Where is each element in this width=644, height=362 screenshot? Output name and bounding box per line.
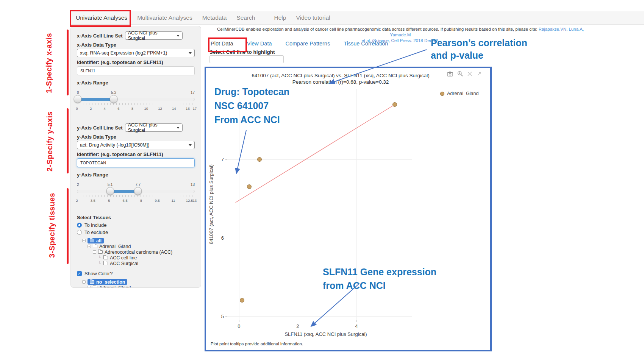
tree-node-adrenal-gland[interactable]: − Adrenal_Gland: [88, 285, 195, 288]
chevron-down-icon: [177, 127, 180, 129]
x-data-type-label: x-Axis Data Type: [77, 42, 195, 48]
folder-icon: [90, 239, 94, 242]
show-color-checkbox[interactable]: ✓ Show Color?: [77, 270, 195, 277]
tree-node-acc[interactable]: − Adrenocortical carcinoma (ACC): [93, 249, 195, 255]
annotation-slfn11-expression: SLFN11 Gene expression from ACC NCI: [323, 265, 436, 292]
y-slider-to-value: 7.7: [135, 183, 141, 187]
y-identifier-input[interactable]: [77, 158, 195, 167]
camera-icon[interactable]: [447, 71, 453, 76]
radio-to-exclude[interactable]: To exclude: [77, 229, 195, 236]
analysis-settings-panel: x-Axis Cell Line Set ACC NCI plus Surgic…: [70, 26, 201, 288]
scatter-point[interactable]: [392, 102, 397, 107]
nav-item-metadata[interactable]: Metadata: [202, 14, 227, 21]
y-cell-line-set-select[interactable]: ACC NCI plus Surgical: [125, 123, 183, 132]
tree-node-acc-cell-line[interactable]: └ ACC cell line: [98, 255, 195, 261]
scatter-point[interactable]: [240, 298, 244, 303]
y-data-type-label: y-Axis Data Type: [77, 134, 195, 140]
folder-icon: [103, 256, 108, 259]
red-bracket-step1: [67, 30, 69, 95]
red-bracket-step3: [67, 188, 69, 264]
checkbox-checked-icon: ✓: [77, 271, 82, 276]
x-slider-to-value: 5.3: [111, 90, 116, 95]
x-identifier-input[interactable]: [77, 66, 195, 75]
tree-node-acc-surgical[interactable]: └ ACC Surgical: [98, 261, 195, 266]
y-range-slider[interactable]: 2 5.1 7.7 13 2 3.5 5 6.5 8 9.5 11 12.5 1…: [77, 182, 195, 204]
radio-selected-icon: [77, 223, 82, 228]
highlight-cell-line-input[interactable]: [209, 55, 284, 63]
x-range-slider[interactable]: 0 5.3 17 0 2 4 6 8 10 12 14 16 17: [77, 90, 195, 112]
nav-item-video-tutorial[interactable]: Video tutorial: [296, 14, 330, 21]
collapse-icon[interactable]: −: [82, 280, 86, 284]
x-tick-label: 4: [355, 323, 358, 329]
x-tick-mark: [298, 320, 298, 322]
y-slider-handle-from[interactable]: [106, 187, 114, 195]
nav-item-help[interactable]: Help: [274, 14, 286, 21]
reset-axes-icon[interactable]: [477, 71, 482, 76]
pan-icon[interactable]: [467, 71, 472, 76]
x-tick-mark: [239, 320, 239, 322]
y-slider-handle-to[interactable]: [134, 187, 142, 195]
y-slider-tickmarks: [77, 195, 195, 197]
step2-label: 2-Specify y-axis: [45, 111, 54, 172]
x-tick-label: 0: [238, 323, 240, 329]
x-slider-tickmarks: [77, 103, 195, 105]
y-axis-title: 641007 (act, ACC NCI plus Surgical): [208, 89, 214, 320]
y-slider-from-value: 5.1: [108, 183, 113, 187]
plot-footer-note: Plot point tooltips provide additional i…: [211, 342, 303, 346]
tab-compare-patterns[interactable]: Compare Patterns: [285, 41, 330, 47]
x-slider-from-value: 0: [77, 90, 79, 95]
x-cell-line-set-select[interactable]: ACC NCI plus Surgical: [125, 31, 183, 40]
tab-plot-data[interactable]: Plot Data: [211, 41, 233, 47]
x-tick-label: 2: [296, 323, 299, 329]
x-slider-handle-from[interactable]: [73, 95, 81, 103]
x-slider-handle-to[interactable]: [110, 95, 118, 103]
scatter-point[interactable]: [247, 184, 252, 189]
plotly-modebar: [447, 71, 482, 76]
tree-branch-icon: └: [98, 256, 102, 260]
x-slider-fill: [77, 98, 114, 101]
nav-item-multivariate-analyses[interactable]: Multivariate Analyses: [137, 14, 192, 21]
collapse-icon[interactable]: −: [82, 239, 86, 242]
plot-correlation-subtitle: Pearson correlation (r)=0.68, p-value=0.…: [210, 79, 471, 85]
x-slider-max-value: 17: [191, 90, 195, 95]
folder-icon: [90, 280, 94, 284]
tab-view-data[interactable]: View Data: [247, 41, 272, 47]
scatter-point[interactable]: [257, 157, 262, 162]
radio-to-include[interactable]: To include: [77, 222, 195, 229]
x-data-type-select[interactable]: xsq: RNA-seq Expression (log2 FPKM+1): [77, 49, 195, 57]
collapse-icon[interactable]: −: [88, 286, 91, 288]
analysis-tabs: Plot Data View Data Compare Patterns Tis…: [211, 41, 388, 47]
zoom-in-icon[interactable]: [457, 71, 463, 76]
tab-tissue-correlation[interactable]: Tissue Correlation: [344, 41, 388, 47]
tissue-tree-include: − all − Adrenal_Gland − Adrenocortical c…: [82, 238, 195, 266]
step3-label: 3-Specify tissues: [48, 189, 56, 262]
x-range-label: x-Axis Range: [77, 80, 195, 86]
chevron-down-icon: [189, 144, 192, 146]
y-cell-line-set-label: y-Axis Cell Line Set: [77, 125, 123, 131]
chevron-down-icon: [177, 35, 180, 37]
tree-node-no-selection[interactable]: − no_selection: [82, 279, 195, 285]
tree-node-adrenal-gland[interactable]: − Adrenal_Gland: [88, 243, 195, 249]
select-tissues-label: Select Tissues: [77, 215, 195, 220]
y-data-type-select[interactable]: act: Drug Activity (-log10[IC50M]): [77, 141, 195, 149]
y-slider-max-value: 13: [191, 183, 195, 187]
folder-icon: [93, 286, 97, 288]
nav-item-search[interactable]: Search: [236, 14, 255, 21]
legend-adrenal-gland[interactable]: Adrenal_Gland: [440, 91, 478, 96]
tree-node-all[interactable]: − all: [82, 238, 195, 243]
x-axis-title: SLFN11 (xsq, ACC NCI plus Surgical): [231, 331, 420, 337]
x-identifier-label: Identifier: (e.g. topotecan or SLFN11): [77, 59, 195, 65]
folder-icon: [103, 262, 108, 265]
tissue-tree-color: − no_selection − Adrenal_Gland − Adrenoc…: [82, 279, 195, 288]
chevron-down-icon: [189, 52, 192, 54]
collapse-icon[interactable]: −: [88, 245, 91, 248]
red-bracket-step2: [67, 108, 69, 173]
y-tick-label: 5: [221, 313, 224, 319]
nav-item-univariate-analyses[interactable]: Univariate Analyses: [76, 14, 127, 21]
step1-label: 1-Specify x-axis: [45, 33, 53, 93]
folder-icon: [98, 250, 103, 254]
legend-marker-icon: [440, 92, 444, 96]
collapse-icon[interactable]: −: [93, 250, 96, 254]
plot-title: 641007 (act, ACC NCI plus Surgical) vs. …: [210, 73, 471, 78]
y-slider-min-value: 2: [77, 183, 79, 187]
